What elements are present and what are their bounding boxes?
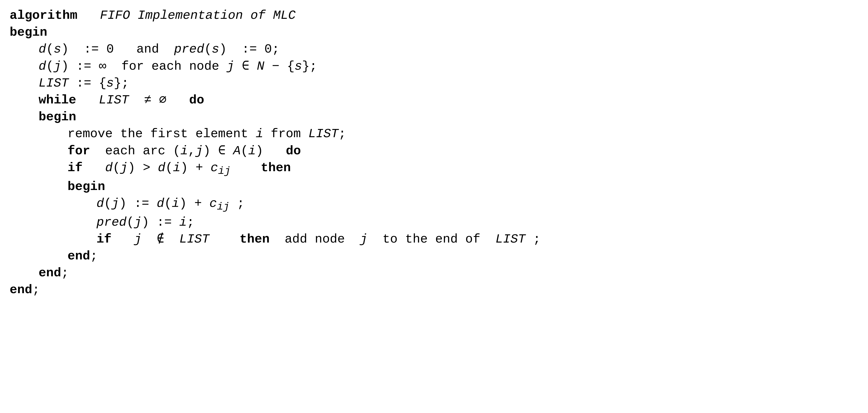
if-line: if d(j) > d(i) + cij then [10,160,858,179]
line-update-dj: d(j) := d(i) + cij ; [10,195,858,214]
if-end: end; [10,248,858,265]
line-dj: d(j) := ∞ for each node j ∈ N − {s}; [10,58,858,75]
line-list: LIST := {s}; [10,75,858,92]
line-update-pred: pred(j) := i; [10,214,858,231]
if-begin: begin [10,179,858,195]
algorithm-block: algorithm FIFO Implementation of MLC beg… [10,7,858,299]
algorithm-title-line: algorithm FIFO Implementation of MLC [10,7,858,24]
line-ds: d(s) := 0 and pred(s) := 0; [10,41,858,58]
algorithm-title: FIFO Implementation of MLC [100,8,296,23]
line-if-add: if j ∉ LIST then add node j to the end o… [10,231,858,248]
algorithm-keyword: algorithm [10,8,78,23]
for-line: for each arc (i,j) ∈ A(i) do [10,143,858,160]
while-line: while LIST ≠ ∅ do [10,92,858,109]
line-remove: remove the first element i from LIST; [10,126,858,142]
outer-end: end; [10,282,858,298]
outer-begin: begin [10,24,858,41]
while-end: end; [10,265,858,282]
while-begin: begin [10,109,858,126]
